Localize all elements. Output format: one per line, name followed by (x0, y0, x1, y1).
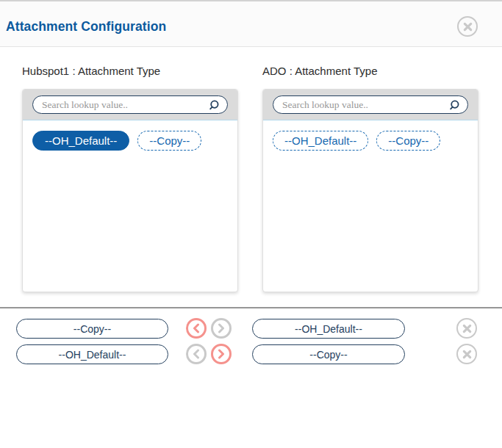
search-icon[interactable] (207, 98, 220, 112)
search-input[interactable] (42, 99, 207, 111)
page-title: Attachment Configuration (6, 19, 166, 35)
target-lookup-values: --OH_Default-- --Copy-- (263, 120, 478, 161)
lookup-pill[interactable]: --Copy-- (137, 131, 201, 151)
source-lookup-values: --OH_Default-- --Copy-- (23, 120, 237, 161)
remove-icon[interactable] (456, 344, 477, 364)
mapping-source-value[interactable]: --OH_Default-- (16, 344, 168, 364)
source-search-pill (32, 95, 228, 114)
arrow-left-icon[interactable] (186, 318, 207, 339)
search-input[interactable] (282, 99, 448, 111)
target-panel-title: ADO : Attachment Type (262, 65, 377, 77)
search-icon[interactable] (448, 98, 461, 112)
arrow-right-icon[interactable] (211, 318, 232, 339)
close-icon[interactable] (457, 16, 478, 37)
remove-icon[interactable] (456, 318, 477, 339)
arrow-left-icon[interactable] (186, 344, 207, 364)
dialog-header: Attachment Configuration (0, 1, 502, 47)
lookup-pill[interactable]: --Copy-- (376, 131, 440, 151)
source-search-bar (23, 90, 237, 120)
target-lookup-panel: --OH_Default-- --Copy-- (262, 89, 478, 292)
target-search-bar (263, 90, 478, 120)
section-divider (0, 307, 502, 308)
mapping-source-value[interactable]: --Copy-- (16, 319, 168, 339)
source-panel-title: Hubspot1 : Attachment Type (22, 65, 160, 77)
lookup-pill[interactable]: --OH_Default-- (273, 131, 368, 151)
target-search-pill (273, 95, 468, 114)
lookup-pill-selected[interactable]: --OH_Default-- (32, 131, 129, 151)
x-glyph (463, 22, 473, 32)
arrow-right-icon[interactable] (211, 344, 232, 364)
mapping-target-value[interactable]: --OH_Default-- (252, 319, 405, 339)
attachment-configuration-dialog: Attachment Configuration Hubspot1 : Atta… (0, 0, 502, 448)
mapping-target-value[interactable]: --Copy-- (252, 344, 405, 364)
source-lookup-panel: --OH_Default-- --Copy-- (22, 89, 238, 292)
